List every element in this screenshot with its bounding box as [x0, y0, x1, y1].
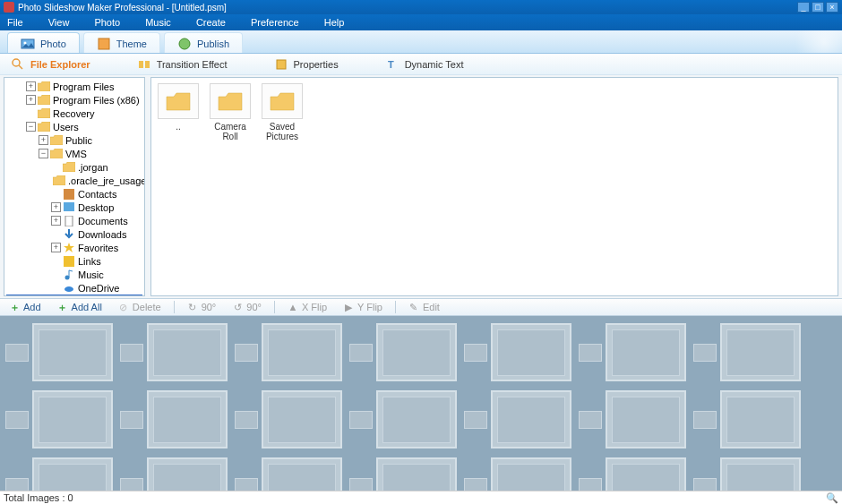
delete-button[interactable]: ⊘Delete — [115, 302, 165, 312]
ribbon: Photo Theme Publish — [0, 30, 842, 54]
timeline-slot[interactable] — [349, 390, 457, 448]
menu-photo[interactable]: Photo — [94, 17, 120, 28]
tree-music[interactable]: Music — [6, 268, 142, 281]
menu-preference[interactable]: Preference — [251, 17, 299, 28]
menu-help[interactable]: Help — [324, 17, 345, 28]
slide-placeholder — [147, 323, 228, 381]
timeline-slot[interactable] — [579, 390, 686, 448]
timeline-slot[interactable] — [464, 457, 571, 491]
tree-contacts[interactable]: Contacts — [6, 187, 142, 201]
menu-create[interactable]: Create — [196, 17, 226, 28]
transition-placeholder — [579, 478, 602, 491]
add-button[interactable]: ＋Add — [5, 302, 45, 312]
tab-publish-label: Publish — [197, 38, 229, 49]
timeline-slot[interactable] — [5, 390, 113, 448]
timeline-slot[interactable] — [5, 457, 113, 491]
transition-placeholder — [693, 411, 717, 429]
desktop-icon — [63, 202, 75, 213]
timeline-slot[interactable] — [5, 323, 113, 381]
tree-vms[interactable]: −VMS — [6, 147, 142, 160]
subtab-file-explorer-label: File Explorer — [30, 59, 90, 70]
svg-rect-10 — [64, 189, 74, 200]
tab-theme-label: Theme — [116, 38, 147, 49]
subtab-properties[interactable]: Properties — [274, 57, 339, 72]
tree-public[interactable]: +Public — [6, 133, 142, 147]
timeline-slot[interactable] — [693, 457, 801, 491]
close-button[interactable]: × — [826, 2, 838, 13]
subtab-transition[interactable]: Transition Effect — [137, 57, 228, 72]
folder-up[interactable]: .. — [157, 83, 200, 132]
separator — [274, 301, 275, 313]
tree-favorites[interactable]: +Favorites — [6, 241, 142, 254]
timeline-slot[interactable] — [349, 457, 457, 491]
subtab-properties-label: Properties — [294, 59, 339, 70]
menu-music[interactable]: Music — [145, 17, 171, 28]
maximize-button[interactable]: □ — [812, 2, 824, 13]
separator — [395, 301, 396, 313]
timeline-slot[interactable] — [235, 457, 342, 491]
tree-links[interactable]: Links — [6, 254, 142, 268]
zoom-icon[interactable]: 🔍 — [826, 492, 838, 504]
subtab-file-explorer[interactable]: File Explorer — [11, 57, 90, 72]
timeline-slot[interactable] — [120, 457, 228, 491]
tree-recovery[interactable]: Recovery — [6, 107, 142, 120]
transition-placeholder — [235, 478, 258, 491]
tab-photo[interactable]: Photo — [7, 32, 80, 54]
menu-view[interactable]: View — [48, 17, 70, 28]
timeline-slot[interactable] — [693, 323, 801, 381]
transition-placeholder — [579, 411, 602, 429]
rotate-left-button[interactable]: ↺90° — [228, 302, 265, 312]
timeline-slot[interactable] — [693, 390, 801, 448]
tree-program-files-x86[interactable]: +Program Files (x86) — [6, 93, 142, 107]
timeline-slot[interactable] — [120, 390, 228, 448]
status-bar: Total Images : 0 🔍 — [0, 491, 842, 504]
folder-saved-pictures[interactable]: Saved Pictures — [261, 83, 304, 141]
timeline[interactable] — [0, 316, 842, 491]
slide-placeholder — [262, 323, 342, 381]
svg-line-5 — [19, 65, 22, 69]
timeline-slot[interactable] — [235, 390, 342, 448]
folder-camera-roll[interactable]: Camera Roll — [209, 83, 252, 141]
tree-pictures[interactable]: −Pictures — [6, 295, 142, 296]
svg-rect-8 — [277, 60, 286, 69]
tree-documents[interactable]: +Documents — [6, 214, 142, 227]
tree-downloads[interactable]: Downloads — [6, 227, 142, 241]
sub-toolbar: File Explorer Transition Effect Properti… — [0, 54, 842, 75]
tree-desktop[interactable]: +Desktop — [6, 201, 142, 214]
status-text: Total Images : 0 — [4, 492, 73, 503]
tree-users[interactable]: −Users — [6, 120, 142, 133]
tree-program-files[interactable]: +Program Files — [6, 80, 142, 93]
timeline-slot[interactable] — [579, 323, 686, 381]
edit-button[interactable]: ✎Edit — [405, 302, 443, 312]
timeline-slot[interactable] — [464, 390, 571, 448]
tree-onedrive[interactable]: OneDrive — [6, 281, 142, 295]
tree-oracle[interactable]: .oracle_jre_usage — [6, 174, 142, 187]
slide-placeholder — [606, 323, 686, 381]
slide-placeholder — [32, 323, 113, 381]
timeline-slot[interactable] — [235, 323, 342, 381]
slide-placeholder — [32, 457, 113, 491]
folder-tree[interactable]: +Program Files +Program Files (x86) Reco… — [4, 77, 145, 296]
timeline-slot[interactable] — [464, 323, 571, 381]
timeline-slot[interactable] — [349, 323, 457, 381]
xflip-button[interactable]: ▲X Flip — [284, 302, 331, 312]
tree-jorgan[interactable]: .jorgan — [6, 160, 142, 174]
transition-placeholder — [349, 411, 373, 429]
subtab-dynamic-text[interactable]: T Dynamic Text — [385, 57, 464, 72]
yflip-button[interactable]: ▶Y Flip — [339, 302, 386, 312]
tab-theme[interactable]: Theme — [83, 32, 160, 54]
tab-photo-label: Photo — [40, 38, 66, 49]
timeline-slot[interactable] — [579, 457, 686, 491]
slide-placeholder — [606, 457, 686, 491]
slide-placeholder — [491, 390, 571, 448]
title-bar: Photo Slideshow Maker Professional - [Un… — [0, 0, 842, 14]
timeline-slot[interactable] — [120, 323, 228, 381]
window-controls: _ □ × — [797, 2, 838, 13]
tab-publish[interactable]: Publish — [164, 32, 243, 54]
menu-file[interactable]: File — [7, 17, 23, 28]
add-all-button[interactable]: ＋Add All — [54, 302, 106, 312]
svg-point-4 — [13, 59, 20, 66]
rotate-right-button[interactable]: ↻90° — [184, 302, 220, 312]
subtab-dynamic-text-label: Dynamic Text — [405, 59, 464, 70]
minimize-button[interactable]: _ — [797, 2, 810, 13]
